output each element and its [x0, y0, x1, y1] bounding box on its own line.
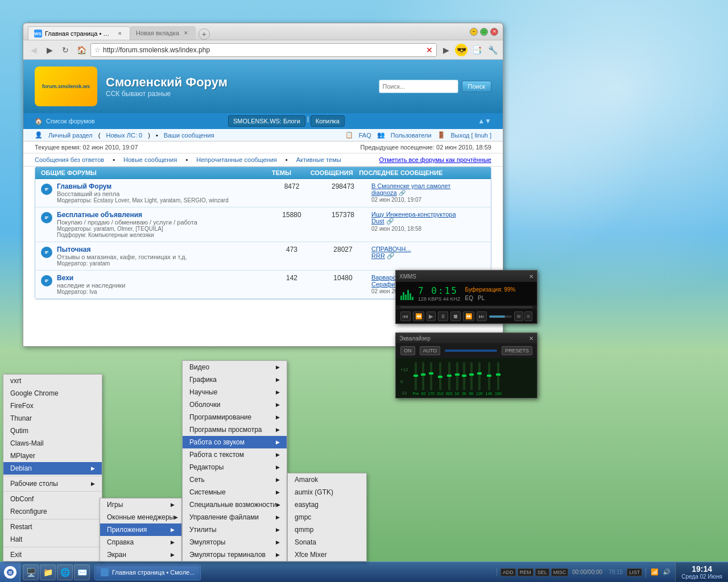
browser-tab-new[interactable]: Новая вкладка ✕	[130, 26, 196, 40]
player-close-btn[interactable]: ✕	[529, 273, 533, 280]
tab-close-btn[interactable]: ✕	[116, 30, 124, 38]
close-btn[interactable]: ✕	[490, 28, 498, 36]
eq-preset-slider[interactable]	[445, 350, 497, 352]
page-action-btn[interactable]: ▶	[439, 43, 453, 57]
player-volume[interactable]	[489, 315, 512, 318]
taskbar-sel-btn[interactable]: SEL	[535, 568, 549, 576]
player-pause-btn[interactable]: ⏸	[438, 311, 448, 321]
new-tab-btn[interactable]: +	[198, 28, 210, 40]
menu-item-qutim[interactable]: Qutim	[3, 425, 102, 437]
quick-btn-3[interactable]: 🌐	[57, 564, 73, 580]
menu-item-qmmp[interactable]: qmmp	[288, 523, 366, 536]
mark-read-link[interactable]: Отметить все форумы как прочтённые	[379, 156, 491, 163]
menu-item-wm[interactable]: Оконные менеджеры ▶	[100, 511, 181, 523]
minimize-btn[interactable]: −	[470, 28, 478, 36]
settings-btn[interactable]: 🔧	[486, 43, 499, 57]
blogs-btn[interactable]: SMOLENSK.WS: Блоги	[228, 115, 305, 127]
menu-item-exit[interactable]: Exit	[3, 548, 102, 561]
last-user-link[interactable]: diagnoza	[371, 189, 397, 196]
forum-list-link[interactable]: Список форумов	[46, 118, 95, 124]
eq-thumb[interactable]	[487, 375, 491, 377]
eq-thumb[interactable]	[447, 375, 452, 377]
piggy-btn[interactable]: Копилка	[311, 115, 345, 127]
menu-item-screen[interactable]: Экран ▶	[100, 548, 181, 561]
menu-item-video[interactable]: Видео ▶	[183, 361, 287, 373]
eq-track[interactable]	[488, 362, 490, 390]
forum-search-input[interactable]	[379, 80, 458, 93]
player-stop-btn[interactable]: ⏹	[450, 311, 461, 321]
player-progress-bar[interactable]	[400, 306, 532, 308]
quick-btn-2[interactable]: 📁	[40, 564, 56, 580]
last-user-link[interactable]: Dust	[371, 218, 384, 225]
menu-item-easytag[interactable]: easytag	[288, 498, 366, 511]
eq-on-btn[interactable]: ON	[400, 346, 415, 355]
menu-item-shells[interactable]: Оболочки ▶	[183, 398, 287, 411]
active-link[interactable]: Активные темы	[296, 156, 341, 163]
my-posts-link[interactable]: Ваши сообщения	[164, 132, 214, 139]
last-user-link[interactable]: RRR	[371, 252, 385, 259]
player-rew-btn[interactable]: ⏪	[413, 311, 424, 321]
eq-track[interactable]	[456, 362, 458, 390]
menu-item-mplayer[interactable]: MPlayer	[3, 450, 102, 462]
eq-thumb[interactable]	[438, 376, 442, 378]
maximize-btn[interactable]: □	[480, 28, 488, 36]
player-extra-btn2[interactable]: ≡	[524, 311, 532, 321]
menu-item-sonata[interactable]: Sonata	[288, 536, 366, 548]
address-input[interactable]	[103, 46, 424, 54]
player-play-btn[interactable]: ▶	[427, 311, 436, 321]
menu-item-filemanager[interactable]: Управление файлами ▶	[183, 511, 287, 523]
menu-item-emulators[interactable]: Эмуляторы ▶	[183, 536, 287, 548]
menu-item-help[interactable]: Справка ▶	[100, 536, 181, 548]
eq-thumb[interactable]	[496, 373, 500, 376]
logout-link[interactable]: Выход [ linuh ]	[451, 132, 491, 139]
eq-thumb[interactable]	[477, 372, 482, 375]
menu-item-obconf[interactable]: ObConf	[3, 493, 102, 505]
menu-item-chrome[interactable]: Google Chrome	[3, 387, 102, 400]
eq-track[interactable]	[463, 362, 465, 390]
menu-item-amarok[interactable]: Amarok	[288, 473, 366, 486]
menu-item-editors[interactable]: Редакторы ▶	[183, 461, 287, 473]
faq-link[interactable]: FAQ	[359, 132, 371, 139]
eq-close-btn[interactable]: ✕	[529, 335, 533, 342]
forum-name-link[interactable]: Пыточная	[57, 246, 269, 253]
taskbar-add-btn[interactable]: ADD	[500, 568, 516, 576]
unread-link[interactable]: Непрочитанные сообщения	[196, 156, 277, 163]
menu-item-games[interactable]: Игры ▶	[100, 498, 181, 511]
tray-network-icon[interactable]: 📶	[650, 567, 660, 577]
reload-btn[interactable]: ↻	[59, 43, 72, 57]
eq-track[interactable]	[478, 362, 481, 390]
tab2-close-btn[interactable]: ✕	[182, 29, 190, 37]
eq-track[interactable]	[497, 362, 499, 390]
menu-item-net[interactable]: Сеть ▶	[183, 473, 287, 486]
menu-item-firefox[interactable]: FireFox	[3, 400, 102, 412]
new-pm-link[interactable]: Новых ЛС: 0	[106, 132, 142, 139]
menu-item-halt[interactable]: Halt	[3, 533, 102, 546]
eq-label[interactable]: EQ	[465, 295, 473, 301]
pl-label[interactable]: PL	[478, 295, 485, 301]
menu-item-claws[interactable]: Claws-Mail	[3, 437, 102, 450]
menu-item-programming[interactable]: Программирование ▶	[183, 411, 287, 423]
menu-item-science[interactable]: Научные ▶	[183, 386, 287, 398]
menu-item-utils[interactable]: Утилиты ▶	[183, 523, 287, 536]
eq-thumb[interactable]	[421, 373, 425, 376]
menu-item-aumix[interactable]: aumix (GTK)	[288, 486, 366, 498]
eq-thumb[interactable]	[429, 372, 433, 375]
forum-name-link[interactable]: Главный Форум	[57, 182, 269, 190]
tray-volume-icon[interactable]: 🔊	[661, 567, 672, 577]
menu-item-accessibility[interactable]: Специальные возможности ▶	[183, 498, 287, 511]
back-btn[interactable]: ◀	[27, 43, 40, 57]
browser-tab-active[interactable]: WS Главная страница • Смоле... ✕	[28, 26, 130, 40]
player-extra-btn1[interactable]: ≋	[514, 311, 523, 321]
eq-track[interactable]	[422, 362, 424, 390]
taskbar-list-btn[interactable]: LIST	[627, 568, 642, 576]
taskbar-item-browser[interactable]: Главная страница • Смоле...	[94, 564, 201, 580]
users-link[interactable]: Пользователи	[391, 132, 432, 139]
last-post-link[interactable]: В Смоленске упал самолет	[371, 182, 450, 189]
no-answers-link[interactable]: Сообщения без ответов	[35, 156, 104, 163]
eq-thumb[interactable]	[455, 373, 460, 376]
eq-track[interactable]	[415, 362, 417, 390]
eq-thumb[interactable]	[413, 375, 418, 377]
eq-auto-btn[interactable]: AUTO	[420, 346, 441, 355]
menu-item-restart[interactable]: Restart	[3, 521, 102, 533]
eq-thumb[interactable]	[462, 375, 466, 377]
